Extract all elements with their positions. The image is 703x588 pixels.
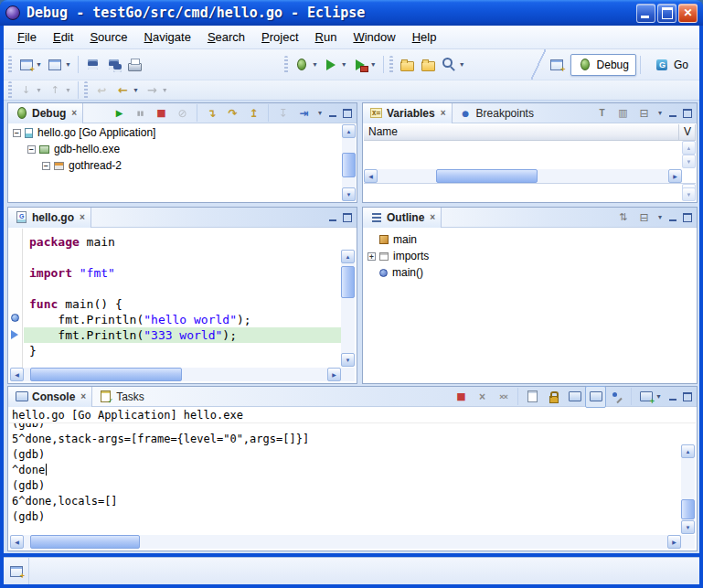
variables-horizontal-scrollbar[interactable]: ◀▶ bbox=[364, 169, 682, 183]
show-logical-button[interactable] bbox=[612, 102, 634, 124]
maximize-view-icon[interactable] bbox=[680, 107, 694, 120]
console-display-button[interactable] bbox=[564, 386, 585, 408]
window-minimize-button[interactable] bbox=[636, 4, 655, 23]
menu-source[interactable]: Source bbox=[81, 27, 135, 47]
view-menu-icon[interactable]: ▾ bbox=[655, 109, 665, 117]
scroll-left-button[interactable]: ◀ bbox=[10, 368, 24, 381]
scroll-left-button[interactable]: ◀ bbox=[364, 169, 378, 183]
editor-vertical-scrollbar[interactable]: ▲▼ bbox=[341, 250, 355, 367]
variables-list[interactable] bbox=[364, 141, 682, 168]
scroll-down-button[interactable]: ▼ bbox=[681, 520, 695, 534]
minimize-view-icon[interactable] bbox=[666, 211, 679, 224]
external-tools-button[interactable]: ▼ bbox=[350, 54, 379, 76]
menu-edit[interactable]: Edit bbox=[45, 27, 81, 47]
code-editor[interactable]: package main import "fmt" func main() { … bbox=[24, 229, 341, 368]
back-button[interactable]: ▼ bbox=[112, 80, 142, 102]
view-menu-icon[interactable]: ▾ bbox=[655, 213, 665, 221]
menu-file[interactable]: File bbox=[9, 27, 45, 47]
tab-hello-go[interactable]: hello.go × bbox=[8, 208, 91, 228]
scrollbar-thumb[interactable] bbox=[681, 499, 695, 519]
open-console-button[interactable]: ▼ bbox=[635, 386, 665, 408]
toolbar-drag-handle[interactable] bbox=[389, 56, 393, 74]
view-menu-icon[interactable]: ▾ bbox=[315, 109, 325, 117]
console-horizontal-scrollbar[interactable]: ◀▶ bbox=[10, 535, 681, 549]
tree-item[interactable]: −gothread-2 bbox=[9, 157, 342, 174]
close-icon[interactable]: × bbox=[430, 212, 435, 222]
outline-tree[interactable]: main+importsmain() bbox=[364, 229, 696, 382]
maximize-view-icon[interactable] bbox=[340, 211, 354, 224]
perspective-go-button[interactable]: Go bbox=[647, 54, 696, 76]
step-into-button[interactable] bbox=[201, 102, 222, 124]
pin-console-button[interactable] bbox=[606, 386, 627, 408]
scroll-down-button[interactable]: ▼ bbox=[342, 187, 356, 201]
breakpoint-icon[interactable] bbox=[11, 314, 19, 322]
tree-item[interactable]: +imports bbox=[364, 248, 696, 264]
expander-minus-icon[interactable]: − bbox=[13, 129, 21, 137]
run-button[interactable]: ▼ bbox=[321, 54, 350, 76]
close-icon[interactable]: × bbox=[80, 391, 86, 401]
title-bar[interactable]: Debug - testGo/src/cmd/hello.go - Eclips… bbox=[0, 0, 703, 26]
menu-navigate[interactable]: Navigate bbox=[136, 27, 199, 47]
close-icon[interactable]: × bbox=[441, 108, 446, 118]
window-close-button[interactable]: ✕ bbox=[678, 4, 698, 23]
tree-item[interactable]: main() bbox=[364, 264, 696, 281]
clear-console-button[interactable] bbox=[522, 386, 543, 408]
new-wizard-button[interactable]: ▼ bbox=[16, 54, 45, 76]
menu-run[interactable]: Run bbox=[307, 27, 346, 47]
tree-item[interactable]: −gdb-hello.exe bbox=[9, 141, 342, 157]
variables-detail-pane[interactable]: ▲▼ bbox=[364, 183, 696, 201]
open-perspective-button[interactable] bbox=[547, 54, 568, 76]
remove-launch-button[interactable] bbox=[472, 386, 493, 408]
open-folder-button[interactable] bbox=[397, 54, 418, 76]
maximize-view-icon[interactable] bbox=[680, 390, 694, 403]
terminate-button[interactable] bbox=[151, 102, 172, 124]
toolbar-drag-handle[interactable] bbox=[8, 56, 12, 74]
scroll-lock-button[interactable] bbox=[543, 386, 564, 408]
collapse-all-button[interactable] bbox=[634, 102, 655, 124]
perspective-debug-button[interactable]: Debug bbox=[570, 54, 636, 76]
tab-breakpoints[interactable]: Breakpoints bbox=[453, 103, 539, 123]
terminate-button[interactable] bbox=[451, 386, 472, 408]
scroll-right-button[interactable]: ▶ bbox=[327, 368, 341, 381]
tab-console[interactable]: Console × bbox=[8, 387, 92, 407]
save-all-button[interactable] bbox=[103, 54, 124, 76]
scroll-left-button[interactable]: ◀ bbox=[10, 535, 24, 549]
minimize-view-icon[interactable] bbox=[666, 107, 679, 120]
collapse-all-button[interactable] bbox=[634, 207, 655, 229]
editor-horizontal-scrollbar[interactable]: ◀▶ bbox=[10, 368, 341, 381]
print-button[interactable] bbox=[124, 54, 145, 76]
minimize-view-icon[interactable] bbox=[666, 390, 679, 403]
menu-search[interactable]: Search bbox=[199, 27, 253, 47]
new-project-button[interactable]: ▼ bbox=[45, 54, 74, 76]
minimize-view-icon[interactable] bbox=[325, 107, 339, 120]
fast-view-bar[interactable] bbox=[4, 558, 29, 584]
scroll-right-button[interactable]: ▶ bbox=[667, 535, 681, 549]
menu-project[interactable]: Project bbox=[253, 27, 306, 47]
expander-minus-icon[interactable]: − bbox=[42, 162, 50, 170]
menu-window[interactable]: Window bbox=[345, 27, 403, 47]
scrollbar-thumb[interactable] bbox=[436, 169, 538, 183]
debug-button[interactable]: ▼ bbox=[292, 54, 321, 76]
tab-outline[interactable]: Outline × bbox=[363, 208, 442, 228]
debug-launch-tree[interactable]: −hello.go [Go Application]−gdb-hello.exe… bbox=[9, 124, 342, 201]
sort-button[interactable] bbox=[612, 207, 634, 229]
window-maximize-button[interactable] bbox=[657, 4, 676, 23]
tree-item[interactable]: −hello.go [Go Application] bbox=[9, 124, 342, 141]
scrollbar-thumb[interactable] bbox=[341, 266, 355, 298]
close-icon[interactable]: × bbox=[80, 212, 85, 222]
toolbar-drag-handle[interactable] bbox=[284, 56, 288, 74]
step-filters-button[interactable] bbox=[293, 102, 314, 124]
step-return-button[interactable] bbox=[243, 102, 264, 124]
column-value[interactable]: V bbox=[679, 124, 696, 141]
console-output[interactable]: (gdb)5^done,stack-args=[frame={level="0"… bbox=[9, 423, 681, 535]
tree-item[interactable]: main bbox=[364, 231, 696, 248]
menu-help[interactable]: Help bbox=[404, 27, 445, 47]
column-name[interactable]: Name bbox=[364, 124, 679, 141]
close-icon[interactable]: × bbox=[71, 108, 77, 118]
scroll-up-button[interactable]: ▲ bbox=[341, 250, 355, 263]
resume-button[interactable] bbox=[109, 102, 130, 124]
search-button[interactable]: ▼ bbox=[439, 54, 468, 76]
scrollbar-thumb[interactable] bbox=[342, 153, 356, 177]
minimize-view-icon[interactable] bbox=[325, 211, 339, 224]
maximize-view-icon[interactable] bbox=[340, 107, 354, 120]
